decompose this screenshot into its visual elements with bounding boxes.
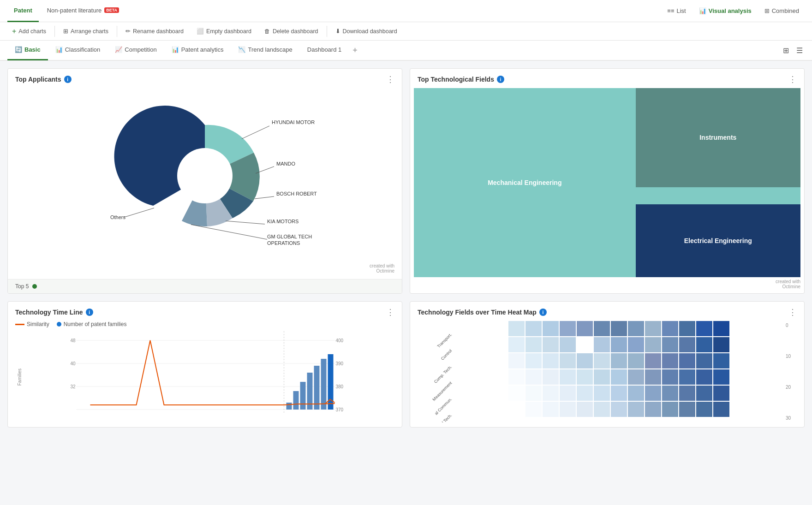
sub-tab-basic[interactable]: 🔄 Basic xyxy=(7,40,48,60)
timeline-chart-area: Families 48 40 32 xyxy=(15,331,394,423)
top-applicants-created-with: created withOctimine xyxy=(15,263,394,275)
sub-tab-competition[interactable]: 📈 Competition xyxy=(107,40,164,60)
treemap-electrical: Electrical Engineering xyxy=(636,204,800,277)
heatmap-card: Technology Fields over Time Heat Map i ⋮… xyxy=(410,301,805,428)
cell-3-12 xyxy=(713,369,729,385)
add-tab-button[interactable]: + xyxy=(349,46,361,55)
download-dashboard-button[interactable]: ⬇ Download dashboard xyxy=(329,22,404,41)
top-nav-tabs: Patent Non-patent literature BETA xyxy=(7,0,125,22)
cell-2-4 xyxy=(577,353,593,368)
cell-1-0 xyxy=(508,337,525,352)
list-layout-icon[interactable]: ☰ xyxy=(794,44,805,57)
electrical-label: Electrical Engineering xyxy=(684,237,752,244)
gm-label: GM GLOBAL TECH xyxy=(267,234,312,239)
instruments-label: Instruments xyxy=(699,134,736,141)
cell-2-3 xyxy=(560,353,576,368)
delete-icon: 🗑 xyxy=(264,28,270,35)
top-tech-fields-info-icon[interactable]: i xyxy=(497,76,504,83)
add-charts-button[interactable]: + Add charts xyxy=(6,22,53,41)
cell-4-4 xyxy=(577,386,593,401)
rename-dashboard-button[interactable]: ✏ Rename dashboard xyxy=(119,22,190,41)
sub-tab-trend-landscape[interactable]: 📉 Trend landscape xyxy=(231,40,299,60)
cell-4-7 xyxy=(628,386,644,401)
timeline-svg-container: 48 40 32 400 390 380 370 xyxy=(26,331,394,423)
tech-timeline-body: Similarity Number of patent families Fam… xyxy=(8,321,402,427)
top-applicants-card: Top Applicants i ⋮ xyxy=(7,68,402,294)
cell-1-2 xyxy=(543,337,559,352)
top-nav-right-buttons: ≡≡ List 📊 Visual analysis ⊞ Combined xyxy=(662,5,805,17)
grid-view-icon[interactable]: ⊞ xyxy=(781,44,791,57)
sub-tab-patent-analytics[interactable]: 📊 Patent analytics xyxy=(164,40,231,60)
sub-tab-competition-label: Competition xyxy=(125,46,156,53)
heatmap-title-group: Technology Fields over Time Heat Map i xyxy=(418,309,547,316)
y-axis-families-label: Families xyxy=(15,367,24,387)
y-label-48: 48 xyxy=(70,338,76,343)
gm-line xyxy=(191,225,267,239)
top-applicants-dot xyxy=(32,284,37,289)
visual-analysis-button[interactable]: 📊 Visual analysis xyxy=(693,5,757,17)
arrange-icon: ⊞ xyxy=(63,28,68,35)
list-label: List xyxy=(677,7,686,14)
similarity-label: Similarity xyxy=(27,321,49,327)
tech-timeline-header: Technology Time Line i ⋮ xyxy=(8,302,402,321)
cell-5-7 xyxy=(628,402,644,417)
tech-timeline-info-icon[interactable]: i xyxy=(86,309,93,316)
y-label-40: 40 xyxy=(70,361,76,366)
cell-4-5 xyxy=(594,386,610,401)
top-tech-fields-menu-icon[interactable]: ⋮ xyxy=(788,74,797,84)
toolbar: + Add charts ⊞ Arrange charts ✏ Rename d… xyxy=(0,22,812,41)
tech-timeline-title-group: Technology Time Line i xyxy=(15,309,93,316)
cell-2-1 xyxy=(525,353,542,368)
sub-tab-classification[interactable]: 📊 Classification xyxy=(48,40,108,60)
y-label-32: 32 xyxy=(70,384,76,389)
cell-1-12 xyxy=(713,337,729,352)
sub-tab-dashboard-1-label: Dashboard 1 xyxy=(307,46,341,53)
heatmap-menu-icon[interactable]: ⋮ xyxy=(788,307,797,317)
arrange-charts-label: Arrange charts xyxy=(71,28,108,35)
treemap-small-teal xyxy=(636,187,800,204)
y-label-r-400: 400 xyxy=(336,338,344,343)
cell-5-4 xyxy=(577,402,593,417)
cell-1-5 xyxy=(594,337,610,352)
cell-0-12 xyxy=(713,321,729,336)
similarity-legend: Similarity xyxy=(15,321,49,327)
cell-0-0 xyxy=(508,321,525,336)
sub-tab-basic-label: Basic xyxy=(24,46,41,53)
y-label-r-370: 370 xyxy=(336,407,344,412)
add-charts-label: Add charts xyxy=(18,28,46,35)
top-applicants-menu-icon[interactable]: ⋮ xyxy=(386,74,394,84)
top-applicants-title: Top Applicants xyxy=(15,76,61,83)
label-al-tech: al Tech. xyxy=(440,413,453,422)
list-view-button[interactable]: ≡≡ List xyxy=(662,5,691,17)
heatmap-area: Transport. Control Comp. Tech. Measureme… xyxy=(418,321,797,422)
cell-1-9 xyxy=(662,337,678,352)
heatmap-info-icon[interactable]: i xyxy=(539,309,547,316)
patent-families-label: Number of patent families xyxy=(64,321,127,327)
similarity-color xyxy=(15,324,24,325)
cell-4-12 xyxy=(713,386,729,401)
sub-tab-dashboard-1[interactable]: Dashboard 1 xyxy=(300,40,349,60)
sub-tab-trend-landscape-label: Trend landscape xyxy=(248,46,292,53)
tech-timeline-menu-icon[interactable]: ⋮ xyxy=(386,307,394,317)
tab-non-patent[interactable]: Non-patent literature BETA xyxy=(41,0,125,22)
empty-dashboard-button[interactable]: ⬜ Empty dashboard xyxy=(190,22,258,41)
treemap-mechanical: Mechanical Engineering xyxy=(414,88,636,277)
tab-patent-label: Patent xyxy=(14,7,32,14)
y-label-30: 30 xyxy=(786,416,797,421)
top-navigation: Patent Non-patent literature BETA ≡≡ Lis… xyxy=(0,0,812,22)
delete-dashboard-button[interactable]: 🗑 Delete dashboard xyxy=(258,22,325,41)
tech-timeline-card: Technology Time Line i ⋮ Similarity Numb… xyxy=(7,301,402,428)
top-applicants-footer-label: Top 5 xyxy=(15,283,29,290)
visual-analysis-label: Visual analysis xyxy=(709,7,752,14)
hyundai-line xyxy=(242,126,269,139)
top-applicants-info-icon[interactable]: i xyxy=(64,76,72,83)
y-label-r-380: 380 xyxy=(336,384,344,389)
treemap-inner: Mechanical Engineering Instruments xyxy=(414,88,800,277)
tab-patent[interactable]: Patent xyxy=(7,0,39,22)
heatmap-y-labels: 0 10 20 30 xyxy=(784,321,797,422)
cell-3-1 xyxy=(525,369,542,385)
cell-3-11 xyxy=(696,369,712,385)
cell-3-8 xyxy=(645,369,661,385)
combined-button[interactable]: ⊞ Combined xyxy=(759,5,805,17)
arrange-charts-button[interactable]: ⊞ Arrange charts xyxy=(57,22,115,41)
